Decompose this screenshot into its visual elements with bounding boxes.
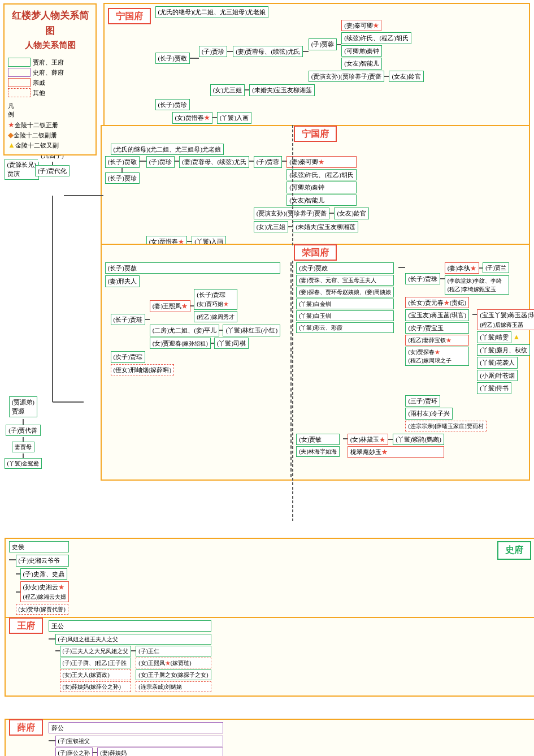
nv-yingchun-row: (女)贾迎春(嫁孙绍祖) (丫鬟)司棋: [150, 338, 280, 349]
bao-yu-node: (宝玉友)蒋玉菡(琪官): [405, 309, 469, 321]
jia-qiang-main: (贾演玄孙)(贾珍养子)贾蔷: [254, 208, 330, 219]
jia-min-fu: (夫)林海字如海: [296, 446, 340, 457]
jia-min-info: (女)贾敏 (夫)林海字如海: [296, 434, 340, 457]
xue-gong-zhi-sun: (子)薛公之孙: [55, 748, 93, 756]
jia-huan-node: (三子)贾环: [405, 395, 440, 407]
cheng-yi-zhou: (程乙)嫁周秀才: [194, 311, 237, 323]
zheng-qi-zhao: (妾)探春、贾环母赵姨娘、(妾)周姨娘: [296, 287, 394, 297]
wang-xifeng-row: (妻)王熙凤★ (长子)贾琮(女)贾巧姐★ (程乙)嫁周秀才: [150, 289, 280, 324]
baoyu-ya-col: (宝玉丫鬟)蒋玉菡(琪官)(程乙)后嫁蒋玉菡 ▲ (丫鬟)晴雯 ▲: [477, 309, 534, 394]
h-sanjie-liu: [288, 226, 293, 227]
h-xue-c: [49, 740, 55, 741]
xiao-hou-yan-row: (小厮)叶苍烟: [477, 370, 534, 382]
zhen-qi-rong-row: (子)贾珍 (妻)贾蓉母、(续弦)尤氏 (子)贾蓉: [146, 156, 369, 234]
jia-dai-shan: (子)贾代善: [6, 425, 40, 437]
h-wang-right: [131, 650, 136, 651]
shi-block: 史侯 (子)史湘云爷爷 (子)史鼐、史鼎: [5, 538, 535, 621]
ning-row-xichun: (女)贾惜春★ (丫鬟)入画: [155, 112, 526, 124]
wang-gong-node: 王公: [49, 620, 211, 632]
shi-hou-children: (子)史湘云爷爷 (子)史鼐、史鼎 (孙女)史湘云★(程乙)嫁湘云夫婿: [9, 555, 70, 615]
yu-cun-row: (雨村友)冷子兴: [405, 408, 534, 420]
ya-shi-shu-row: (丫鬟)侍书: [477, 382, 534, 394]
h-conn-1: [190, 58, 199, 59]
legend-box: 红楼梦人物关系简图 人物关系简图 贾府、王府 史府、薛府 亲戚 其他: [3, 3, 97, 155]
v-yuan2: [23, 437, 24, 442]
jia-rong-mu-qi: (妻)贾蓉母、(续弦)尤氏: [233, 46, 303, 58]
jia-lian-row: (长子)贾琏 (妻)王熙凤★ (长子)贾琮(女)贾巧姐★ (程乙)嫁周秀才: [111, 289, 281, 351]
rong-section-title: 荣国府: [294, 244, 337, 261]
xue-mu-node: (妻)薛姨妈: [97, 748, 223, 756]
xue-gong-node: 薛公: [49, 722, 223, 734]
rong-qi-col: (妻)秦可卿★ (续弦)许氏、(程乙)胡氏 (可卿弟)秦钟 (女友)智能儿: [286, 156, 357, 206]
legend-marks: 凡例 ★金陵十二钗正册 ◆金陵十二钗副册 ▲金陵十二钗又副: [8, 102, 92, 150]
lin-daiyu-node: (女)林黛玉★: [348, 434, 388, 446]
jia-cong-row: (次子)贾琮: [111, 351, 281, 363]
ning-title-row: 宁国府 (尤氏的继母)(尤二姐、尤三姐母)尤老娘 (长子)贾敬: [108, 6, 526, 125]
xu-hu-row: (续弦)许氏、(程乙)胡氏: [341, 32, 411, 44]
jia-zheng-col: (次子)贾政 (妻)贾珠、元帘、宝玉母王夫人 (妾)探春、贾环母赵姨娘、(妾)周…: [296, 262, 534, 458]
rong-title-area: 荣国府: [105, 247, 526, 259]
legend-color-4: [8, 88, 31, 97]
jia-zheng-node: (次子)贾政: [296, 262, 394, 274]
you-laomu-main: (尤氏的继母)(尤二姐、尤三姐母)尤老娘: [111, 144, 224, 155]
h-xue-sun: [93, 752, 97, 753]
legend-line-2: 史府、薛府: [8, 68, 92, 77]
bao-yu-row: (宝玉友)蒋玉菡(琪官) (次子)贾宝玉 (程乙)妻薛宝钗★ (女)贾探春★(程…: [405, 309, 534, 394]
ya-jing-triangle: ▲: [513, 332, 520, 342]
v-conn-jing: [121, 168, 123, 172]
chen-node: (长子)贾珍: [105, 172, 140, 184]
wang-zi2: (子)王子腾、[程乙]王子胜: [60, 658, 132, 668]
wang-zi-nv: (女)王子腾之女(嫁探子之女): [136, 669, 211, 680]
h-zheng-children: [398, 267, 405, 268]
jia-qiang-node: (贾演玄孙)(贾珍养子)贾蔷: [309, 71, 385, 83]
feng-children: (长子)贾琮(女)贾巧姐★ (程乙)嫁周秀才: [194, 289, 237, 324]
kepeng-di-node: (可卿弟)秦钟: [286, 182, 357, 193]
h-wang-c: [49, 638, 55, 640]
h-rong-qi: [282, 161, 286, 162]
main-chart: 宁国府 (尤氏的继母)(尤二姐、尤三姐母)尤老娘 (长子)贾敬: [103, 3, 530, 128]
h-baoyu-ya: [472, 314, 477, 315]
wang-children2: (子)三夫人之大兄凤姐之父 (子)王子腾、[程乙]王子胜 (女)王夫人(嫁贾政)…: [60, 646, 132, 693]
wang-ren-node: (子)王仁: [136, 646, 211, 656]
qi-qin-keqing: (妻)秦可卿★: [341, 20, 381, 32]
legend-mark-2: ◆金陵十二钗副册: [8, 131, 92, 140]
lin-daiyu-row: (女)林黛玉★ (丫鬟)紫鹃(鹦鹉): [348, 434, 444, 446]
ning-title: 宁国府: [108, 8, 151, 24]
wang-right-col: (子)王仁 (女)王熙凤★(嫁贾琏) (女)王子腾之女(嫁探子之女) (连宗亲戚…: [136, 646, 211, 692]
jia-rong-row: (子)贾蓉 (妻)秦可卿★ (续弦)许氏、(程乙)胡氏: [309, 20, 424, 70]
wang-content: 王府 王公 (子)凤姐之祖王夫人之父: [9, 620, 531, 694]
legend-line-3: 亲戚: [8, 78, 92, 87]
keqing-di-qin-zhong: (可卿弟)秦钟: [341, 45, 382, 57]
ya-yue-qiu: (丫鬟)麝月、秋纹: [477, 344, 530, 356]
jia-qiaojie-node: (长子)贾琮(女)贾巧姐★: [194, 289, 237, 310]
erniang-ping-row: (二房)尤二姐、(妾)平儿 (丫鬟)林红玉(小红): [150, 325, 280, 336]
sun-xiangyun-row: (孙女)史湘云★(程乙)嫁湘云夫婿: [16, 581, 70, 602]
rong-children: (子)贾蓉 (妻)秦可卿★ (续弦)许氏、(程乙)胡氏 (可卿弟)秦钟 (女友)…: [254, 156, 369, 234]
nv-jia-mu-node: (女)贾母(嫁贾代善): [16, 604, 68, 615]
ning-you-laomu-row: (尤氏的继母)(尤二姐、尤三姐母)尤老娘: [105, 144, 526, 155]
h-qi-rong: [249, 161, 254, 162]
shi-hou-node: 史侯: [9, 541, 70, 553]
chang-jia-jing: (长子)贾敬: [155, 53, 190, 64]
ya-xi-ren-row: (宝玉丫鬟)蒋玉菡(琪官)(程乙)后嫁蒋玉菡 ▲: [477, 309, 534, 330]
she-children: (长子)贾琏 (妻)王熙凤★ (长子)贾琮(女)贾巧姐★ (程乙)嫁周秀才: [111, 289, 281, 376]
qin-keqing-node: (妻)秦可卿★: [286, 156, 357, 168]
shi-content: 史侯 (子)史湘云爷爷 (子)史鼐、史鼎: [9, 541, 531, 615]
ning-row-chen: (长子)贾珍: [155, 99, 526, 111]
jia-zhen-node: (子)贾珍: [199, 46, 227, 58]
legend-mark-3: ▲金陵十二钗又副: [8, 141, 92, 150]
h-min-lin: [343, 438, 348, 439]
lin-daiyu-col: (女)林黛玉★ (丫鬟)紫鹃(鹦鹉) 栊翠庵妙玉★: [348, 434, 444, 458]
legend-label-4: 其他: [33, 89, 45, 97]
jia-jing-col: (长子)贾敬 (长子)贾珍: [105, 156, 140, 184]
ya-jin-yuan-ying: (丫鬟)金鸳鸯: [5, 458, 42, 469]
ya-bai-yu-chuan: (丫鬟)白玉钏: [296, 310, 394, 321]
xue-block: 薛府 薛公 (子)宝钗祖父 (子)薛公之孙: [5, 719, 535, 757]
full-chart-container: (贾源长兄)贾演 宁国府 (尤氏的继母)(尤二姐、尤三姐母)尤老娘 (长子)贾敬: [5, 125, 535, 757]
legend-mark-title: 凡例: [8, 102, 92, 119]
jia-min-row: (女)贾敏 (夫)林海字如海 (女)林黛玉★ (丫鬟)紫鹃(鹦鹉): [296, 434, 534, 458]
shi-xiangyun-yeye: (子)史湘云爷爷: [16, 555, 70, 567]
jia-zhen-row: (子)贾珍 (妻)贾蓉母、(续弦)尤氏 (子)贾蓉: [199, 20, 424, 84]
ya-jing-xue: (丫鬟)晴雯: [477, 331, 511, 343]
lian-zong-node: (连宗宗亲)[薛蟠玉家庄]贾雨村: [405, 421, 486, 431]
